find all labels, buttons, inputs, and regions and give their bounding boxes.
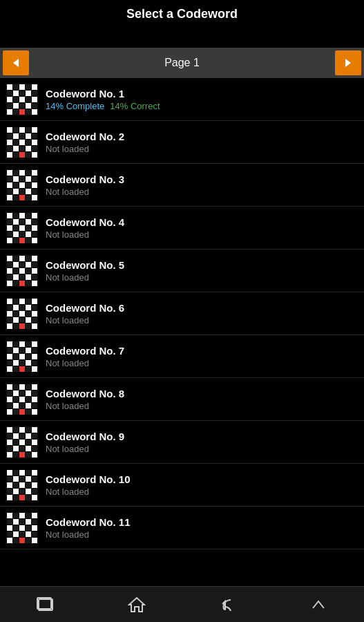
codeword-status: Not loaded	[46, 272, 124, 283]
list-item[interactable]: Codeword No. 6Not loaded	[0, 292, 364, 335]
codeword-puzzle-icon	[7, 213, 37, 243]
list-item[interactable]: Codeword No. 114% Complete14% Correct	[0, 78, 364, 121]
codeword-name: Codeword No. 7	[46, 345, 124, 357]
codeword-list: Codeword No. 114% Complete14% CorrectCod…	[0, 78, 364, 549]
back-button[interactable]	[211, 588, 244, 621]
codeword-status: Not loaded	[46, 144, 124, 154]
pagination-label: Page 1	[164, 57, 200, 69]
list-item[interactable]: Codeword No. 5Not loaded	[0, 249, 364, 292]
codeword-name: Codeword No. 4	[46, 216, 124, 228]
up-button[interactable]	[302, 588, 335, 621]
list-item[interactable]: Codeword No. 4Not loaded	[0, 207, 364, 249]
codeword-puzzle-icon	[7, 427, 37, 458]
codeword-status: Not loaded	[46, 315, 124, 326]
list-item[interactable]: Codeword No. 3Not loaded	[0, 164, 364, 207]
codeword-status: Not loaded	[46, 529, 131, 540]
codeword-puzzle-icon	[7, 127, 37, 158]
codeword-status: Not loaded	[46, 358, 124, 368]
codeword-puzzle-icon	[7, 256, 37, 286]
codeword-puzzle-icon	[7, 299, 37, 329]
list-item[interactable]: Codeword No. 7Not loaded	[0, 335, 364, 378]
pagination-bar: Page 1	[0, 48, 364, 78]
codeword-status: Not loaded	[46, 229, 124, 240]
next-page-button[interactable]	[335, 50, 361, 75]
codeword-status: Not loaded	[46, 487, 131, 497]
codeword-name: Codeword No. 3	[46, 173, 124, 185]
list-item[interactable]: Codeword No. 11Not loaded	[0, 507, 364, 549]
complete-status: 14% Complete	[46, 101, 104, 111]
codeword-puzzle-icon	[7, 470, 37, 500]
codeword-name: Codeword No. 9	[46, 431, 124, 442]
list-item[interactable]: Codeword No. 8Not loaded	[0, 378, 364, 421]
recent-button[interactable]	[29, 588, 62, 621]
codeword-puzzle-icon	[7, 341, 37, 372]
prev-page-button[interactable]	[3, 50, 29, 75]
page-title: Select a Codeword	[0, 0, 364, 27]
list-item[interactable]: Codeword No. 10Not loaded	[0, 464, 364, 507]
codeword-status: 14% Complete14% Correct	[46, 101, 160, 111]
codeword-name: Codeword No. 2	[46, 131, 124, 142]
codeword-name: Codeword No. 11	[46, 516, 131, 528]
codeword-name: Codeword No. 6	[46, 302, 124, 314]
list-item[interactable]: Codeword No. 2Not loaded	[0, 121, 364, 164]
svg-marker-1	[345, 59, 351, 67]
svg-marker-0	[13, 59, 19, 67]
codeword-puzzle-icon	[7, 170, 37, 200]
codeword-name: Codeword No. 10	[46, 473, 131, 485]
spacer	[0, 27, 364, 48]
codeword-status: Not loaded	[46, 444, 124, 454]
codeword-puzzle-icon	[7, 513, 37, 543]
codeword-puzzle-icon	[7, 84, 37, 115]
list-item[interactable]: Codeword No. 9Not loaded	[0, 421, 364, 464]
codeword-status: Not loaded	[46, 401, 124, 411]
correct-status: 14% Correct	[110, 101, 160, 111]
nav-bar	[0, 586, 364, 622]
codeword-name: Codeword No. 1	[46, 88, 160, 100]
svg-marker-4	[129, 598, 144, 612]
home-button[interactable]	[120, 588, 153, 621]
codeword-puzzle-icon	[7, 384, 37, 415]
codeword-name: Codeword No. 8	[46, 388, 124, 399]
codeword-status: Not loaded	[46, 187, 124, 197]
codeword-name: Codeword No. 5	[46, 259, 124, 271]
